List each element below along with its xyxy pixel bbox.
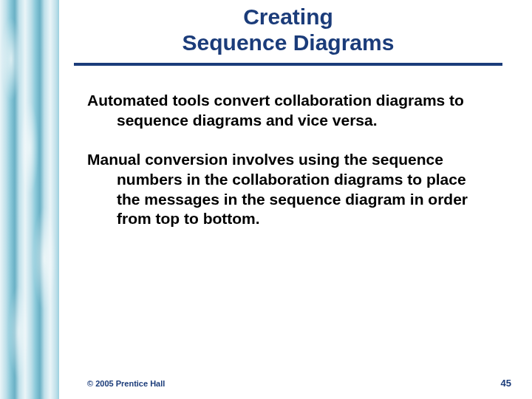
slide-title: Creating Sequence Diagrams — [74, 4, 502, 55]
title-line-1: Creating — [243, 4, 333, 29]
paragraph-2: Manual conversion involves using the seq… — [87, 150, 480, 230]
page-number: 45 — [501, 378, 511, 389]
title-line-2: Sequence Diagrams — [183, 30, 395, 55]
copyright-text: © 2005 Prentice Hall — [87, 379, 165, 388]
footer: © 2005 Prentice Hall 45 — [0, 378, 532, 389]
paragraph-1: Automated tools convert collaboration di… — [87, 91, 480, 131]
slide: Creating Sequence Diagrams Automated too… — [0, 0, 532, 399]
body-area: Automated tools convert collaboration di… — [0, 66, 532, 229]
title-area: Creating Sequence Diagrams — [0, 0, 532, 55]
